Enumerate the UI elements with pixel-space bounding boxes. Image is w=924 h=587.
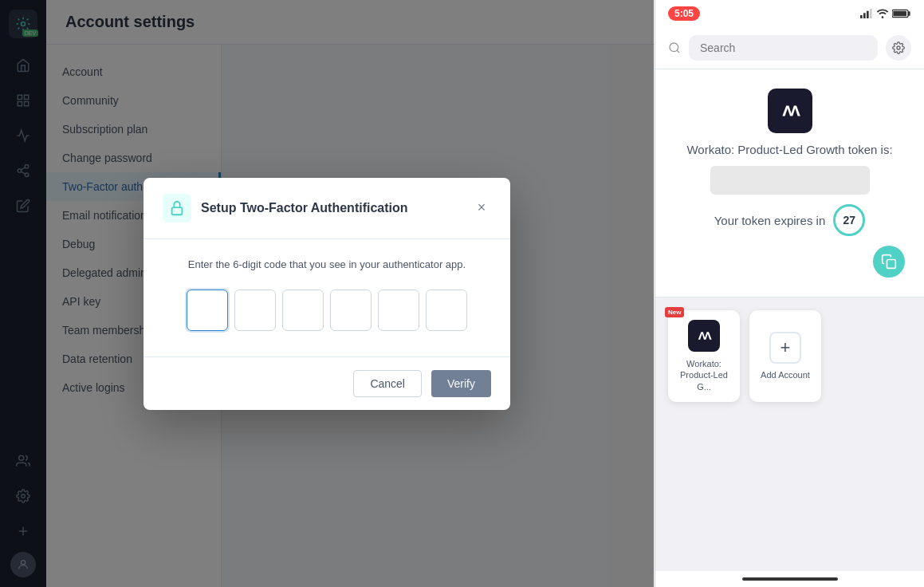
status-icons bbox=[860, 9, 911, 18]
wifi-icon bbox=[876, 9, 889, 18]
signal-icon bbox=[860, 9, 873, 18]
mobile-token-section: Workato: Product-Led Growth token is: Yo… bbox=[655, 69, 924, 297]
token-expiry-label: Your token expires in bbox=[714, 214, 826, 227]
account-icon bbox=[688, 320, 720, 352]
add-icon: + bbox=[769, 332, 801, 364]
cancel-button[interactable]: Cancel bbox=[353, 370, 422, 397]
modal-icon bbox=[163, 194, 191, 223]
status-time: 5:05 bbox=[668, 6, 700, 21]
add-account-label: Add Account bbox=[761, 370, 810, 380]
battery-icon bbox=[892, 9, 911, 18]
mobile-accounts: New Workato: Product-Led G... + Add Acco… bbox=[655, 297, 924, 415]
search-icon bbox=[668, 41, 681, 54]
verify-button[interactable]: Verify bbox=[431, 370, 491, 397]
home-bar bbox=[742, 577, 838, 581]
svg-rect-19 bbox=[870, 9, 872, 18]
svg-rect-26 bbox=[887, 260, 896, 269]
svg-point-25 bbox=[897, 46, 900, 49]
svg-line-24 bbox=[677, 50, 679, 53]
workato-logo bbox=[768, 89, 812, 133]
svg-rect-22 bbox=[893, 11, 906, 17]
modal-footer: Cancel Verify bbox=[144, 357, 510, 410]
code-input-4[interactable] bbox=[330, 290, 372, 331]
modal-title: Setup Two-Factor Authentification bbox=[201, 201, 462, 215]
code-input-1[interactable] bbox=[187, 290, 228, 331]
modal-description: Enter the 6-digit code that you see in y… bbox=[163, 258, 491, 270]
countdown-circle: 27 bbox=[833, 204, 865, 236]
svg-point-23 bbox=[670, 43, 678, 52]
code-input-6[interactable] bbox=[426, 290, 467, 331]
two-factor-modal: Setup Two-Factor Authentification × Ente… bbox=[144, 178, 510, 410]
account-label: Workato: Product-Led G... bbox=[678, 358, 730, 392]
svg-rect-15 bbox=[172, 207, 183, 215]
mobile-status-bar: 5:05 bbox=[655, 0, 924, 27]
settings-gear-button[interactable] bbox=[886, 35, 911, 61]
workato-account-card[interactable]: New Workato: Product-Led G... bbox=[668, 310, 740, 402]
token-label: Workato: Product-Led Growth token is: bbox=[686, 143, 892, 156]
modal-body: Enter the 6-digit code that you see in y… bbox=[144, 239, 510, 357]
code-inputs bbox=[163, 290, 491, 331]
new-badge: New bbox=[665, 307, 684, 317]
modal-overlay: Setup Two-Factor Authentification × Ente… bbox=[0, 0, 654, 587]
modal-header: Setup Two-Factor Authentification × bbox=[144, 178, 510, 239]
token-expiry: Your token expires in 27 bbox=[714, 204, 866, 236]
svg-rect-18 bbox=[867, 11, 869, 18]
mobile-panel: 5:05 bbox=[655, 0, 924, 587]
code-input-3[interactable] bbox=[282, 290, 324, 331]
code-input-5[interactable] bbox=[378, 290, 419, 331]
home-indicator bbox=[655, 571, 924, 587]
add-account-card[interactable]: + Add Account bbox=[749, 310, 821, 402]
copy-button[interactable] bbox=[873, 246, 905, 278]
token-value bbox=[710, 166, 870, 195]
mobile-search-bar bbox=[655, 27, 924, 69]
search-input[interactable] bbox=[689, 35, 878, 61]
svg-rect-21 bbox=[908, 11, 910, 15]
modal-close-button[interactable]: × bbox=[472, 199, 491, 218]
svg-rect-16 bbox=[860, 15, 863, 18]
code-input-2[interactable] bbox=[234, 290, 276, 331]
svg-rect-17 bbox=[863, 13, 866, 18]
